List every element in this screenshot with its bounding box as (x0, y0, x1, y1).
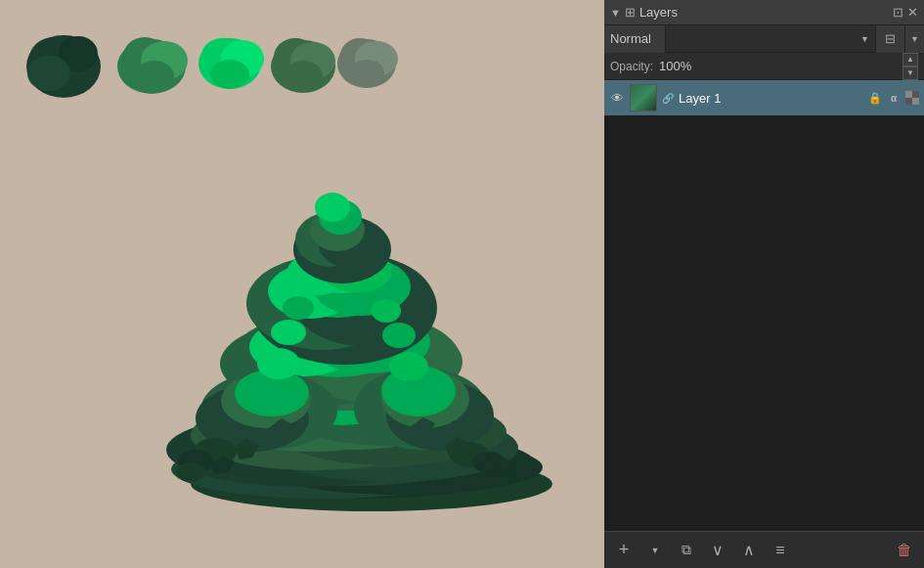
layers-panel: ▼ ⊞ Layers ⊡ ✕ Normal Dissolve Multiply … (604, 0, 924, 568)
panel-header-left: ▼ ⊞ Layers (610, 5, 678, 20)
duplicate-layer-button[interactable]: ⧉ (673, 537, 700, 564)
properties-icon: ≡ (775, 542, 784, 559)
svg-point-8 (135, 61, 174, 92)
add-layer-dropdown-icon: ▼ (651, 546, 660, 555)
layer-thumbnail-preview (631, 85, 656, 110)
opacity-decrement-button[interactable]: ▼ (902, 66, 918, 80)
layers-list[interactable]: 👁 🔗 Layer 1 🔒 α (604, 80, 924, 531)
lock-icon: 🔒 (868, 92, 882, 105)
svg-point-82 (382, 323, 416, 348)
svg-point-81 (271, 320, 306, 345)
opacity-spinner: ▲ ▼ (902, 53, 918, 80)
svg-point-64 (315, 193, 350, 222)
svg-point-16 (284, 61, 323, 92)
filter-button[interactable]: ⊟ (875, 25, 904, 53)
layer-alpha-icon[interactable]: α (886, 90, 902, 106)
blend-mode-select[interactable]: Normal Dissolve Multiply Screen Overlay … (604, 25, 666, 53)
layer-link-icon[interactable]: 🔗 (661, 89, 675, 107)
delete-layer-button[interactable]: 🗑 (891, 537, 918, 564)
add-layer-button[interactable]: + (610, 537, 638, 564)
link-icon: 🔗 (662, 93, 674, 104)
panel-header: ▼ ⊞ Layers ⊡ ✕ (604, 0, 924, 25)
panel-close-icon[interactable]: ✕ (907, 5, 918, 20)
svg-rect-94 (912, 98, 919, 105)
svg-point-79 (257, 348, 300, 379)
layer-thumbnail (630, 84, 657, 111)
svg-point-85 (270, 279, 297, 298)
add-layer-dropdown-button[interactable]: ▼ (641, 537, 669, 564)
svg-point-84 (372, 299, 401, 323)
svg-point-12 (210, 60, 249, 89)
chevron-down-icon: ∨ (712, 541, 724, 559)
layers-toolbar: + ▼ ⧉ ∨ ∧ ≡ 🗑 (604, 531, 924, 568)
svg-point-77 (176, 462, 205, 482)
canvas-area (0, 0, 604, 568)
filter-icon: ⊟ (885, 31, 896, 46)
svg-rect-96 (905, 98, 912, 105)
layer-row[interactable]: 👁 🔗 Layer 1 🔒 α (604, 80, 924, 115)
panel-title: Layers (639, 5, 678, 20)
svg-rect-93 (905, 91, 912, 98)
svg-rect-95 (912, 91, 919, 98)
panel-layers-icon: ⊞ (625, 5, 636, 20)
add-layer-icon: + (619, 540, 630, 560)
trash-icon: 🗑 (897, 542, 912, 559)
layer-actions: 🔒 α (867, 90, 920, 106)
opacity-increment-button[interactable]: ▲ (902, 53, 918, 66)
layer-checkerboard-icon[interactable] (904, 90, 920, 106)
svg-point-20 (349, 60, 384, 87)
alpha-icon: α (891, 93, 897, 104)
layer-properties-button[interactable]: ≡ (767, 537, 794, 564)
svg-point-86 (382, 282, 410, 301)
blend-mode-row: Normal Dissolve Multiply Screen Overlay … (604, 25, 924, 53)
panel-collapse-icon[interactable]: ▼ (610, 7, 621, 19)
layer-name: Layer 1 (679, 91, 863, 106)
chevron-up-icon: ∧ (743, 541, 755, 559)
move-layer-up-button[interactable]: ∧ (735, 537, 763, 564)
filter-dropdown-icon: ▼ (910, 34, 919, 44)
move-layer-down-button[interactable]: ∨ (704, 537, 731, 564)
panel-float-icon[interactable]: ⊡ (893, 5, 903, 20)
eye-icon: 👁 (611, 91, 624, 106)
svg-point-83 (283, 296, 314, 320)
layer-visibility-toggle[interactable]: 👁 (608, 89, 626, 107)
artwork-svg (0, 0, 604, 568)
svg-point-4 (27, 56, 70, 91)
opacity-row: Opacity: 100% ▲ ▼ (604, 53, 924, 80)
checkerboard-svg (905, 91, 919, 105)
opacity-value: 100% (659, 59, 902, 73)
blend-mode-wrapper: Normal Dissolve Multiply Screen Overlay … (604, 25, 875, 53)
duplicate-icon: ⧉ (682, 542, 691, 558)
filter-dropdown-button[interactable]: ▼ (904, 25, 924, 53)
svg-point-80 (389, 352, 428, 381)
opacity-label: Opacity: (610, 60, 653, 73)
panel-header-right: ⊡ ✕ (893, 5, 918, 20)
layer-lock-icon[interactable]: 🔒 (867, 90, 883, 106)
